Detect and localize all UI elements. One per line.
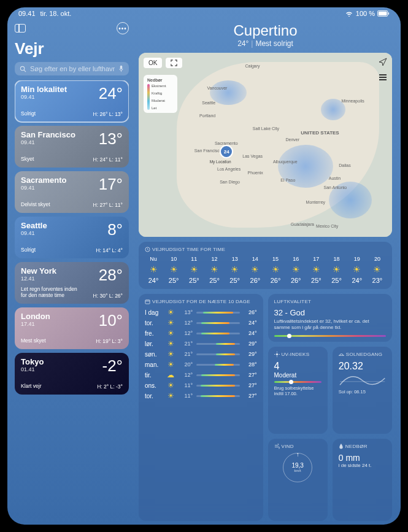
location-temp: 24°	[237, 39, 248, 48]
map-my-location-pin[interactable]: 24	[220, 145, 233, 158]
more-options-icon[interactable]: •••	[117, 22, 129, 34]
wind-compass: ↑ 19,3 km/t	[283, 453, 312, 482]
city-hilo: H: 26° L: 13°	[93, 111, 123, 117]
sidebar: ••• Vejr Min lokalitet09.4124°SolrigtH: …	[7, 17, 136, 521]
svg-point-12	[275, 353, 278, 355]
city-temp: 10°	[99, 312, 123, 328]
city-card-4[interactable]: New York12.4128°Let regn forventes inden…	[15, 262, 129, 304]
main-content: Cupertino 24°|Mest solrigt Calgary Vanco…	[136, 17, 401, 521]
battery-text: 100 %	[356, 10, 375, 17]
sun-icon: ☀	[353, 264, 361, 274]
city-hilo: H: 24° L: 11°	[93, 156, 123, 163]
wifi-icon	[345, 10, 353, 17]
status-bar: 09.41 tir. 18. okt. 100 %	[7, 7, 401, 17]
hourly-item-7: 16☀26°	[287, 256, 304, 284]
city-card-3[interactable]: Seattle09.418°SolrigtH: 14° L: 4°	[15, 217, 129, 258]
city-temp: 17°	[99, 176, 123, 192]
sun-icon: ☀	[251, 264, 259, 274]
map-location-icon[interactable]	[379, 58, 387, 66]
city-temp: 24°	[99, 85, 123, 101]
map-fullscreen-button[interactable]	[166, 58, 182, 68]
ten-day-forecast-panel[interactable]: VEJRUDSIGT FOR DE NÆSTE 10 DAGE I dag☀13…	[139, 294, 263, 521]
tenday-row-0: I dag☀13°26°	[145, 308, 257, 317]
weather-icon: ☀	[166, 308, 175, 317]
sun-icon: ☀	[333, 264, 341, 274]
wind-arrow-icon: ↑	[296, 451, 299, 458]
city-time: 09.41	[21, 185, 66, 191]
hourly-forecast-panel[interactable]: VEJRUDSIGT TIME FOR TIME Nu☀24°10☀25°11☀…	[139, 242, 392, 289]
svg-point-3	[20, 66, 24, 70]
city-hilo: H: 19° L: 3°	[96, 338, 123, 344]
city-hilo: H: 30° L: 26°	[93, 293, 123, 299]
sun-icon: ☀	[170, 264, 178, 274]
search-input[interactable]	[30, 65, 115, 72]
city-name: Seattle	[21, 222, 47, 230]
city-list[interactable]: Min lokalitet09.4124°SolrigtH: 26° L: 13…	[15, 80, 129, 395]
city-card-5[interactable]: London17.4110°Mest skyetH: 19° L: 3°	[15, 307, 129, 349]
city-temp: 28°	[99, 267, 123, 283]
sunset-panel[interactable]: SOLNEDGANG 20.32 Sol op: 06.15	[333, 347, 392, 434]
precipitation-map[interactable]: Calgary Vancouver Seattle Portland San F…	[139, 53, 392, 237]
weather-icon: ☀	[166, 381, 175, 390]
precip-value: 0 mm	[339, 453, 386, 463]
hourly-item-4: 13☀25°	[226, 256, 244, 284]
weather-icon: ☀	[166, 329, 175, 337]
tenday-row-1: tor.☀12°24°	[145, 318, 257, 327]
hourly-item-8: 17☀25°	[307, 256, 325, 284]
svg-rect-10	[145, 300, 150, 304]
hourly-item-6: 15☀26°	[267, 256, 284, 284]
city-temp: 13°	[99, 131, 123, 147]
uv-label: Moderat	[274, 372, 321, 379]
calendar-icon	[145, 299, 150, 304]
tenday-row-2: fre.☀12°24°	[145, 329, 257, 337]
tenday-row-8: tor.☀11°27°	[145, 391, 257, 400]
city-condition: Delvist skyet	[21, 202, 50, 208]
city-time: 12.41	[21, 276, 56, 282]
air-quality-panel[interactable]: LUFTKVALITET 32 - God Luftkvalitetsindek…	[268, 294, 393, 342]
city-temp: -2°	[102, 358, 123, 374]
sun-icon: ☀	[150, 264, 158, 274]
weather-icon: ☀	[166, 318, 175, 327]
battery-icon	[377, 10, 390, 17]
sun-icon: ☀	[210, 264, 218, 274]
tenday-row-6: tir.☁12°27°	[145, 371, 257, 379]
city-card-6[interactable]: Tokyo01.41-2°Klart vejrH: 2° L: -3°	[15, 353, 129, 395]
weather-icon: ☀	[166, 360, 175, 369]
svg-rect-5	[120, 66, 122, 69]
map-layers-icon[interactable]	[379, 74, 387, 81]
city-condition: Klart vejr	[21, 384, 42, 390]
city-time: 09.41	[21, 139, 75, 145]
city-hilo: H: 27° L: 11°	[93, 202, 123, 208]
aq-scale	[274, 335, 387, 337]
city-card-2[interactable]: Sacramento09.4117°Delvist skyetH: 27° L:…	[15, 171, 129, 213]
city-card-0[interactable]: Min lokalitet09.4124°SolrigtH: 26° L: 13…	[15, 80, 129, 122]
mic-icon[interactable]	[118, 65, 124, 72]
wind-panel[interactable]: VIND ↑ 19,3 km/t	[268, 439, 328, 521]
hourly-item-2: 11☀25°	[185, 256, 202, 284]
hourly-item-11: 20☀23°	[369, 256, 386, 284]
uv-index-panel[interactable]: UV-INDEKS 4 Moderat Brug solbeskyttelse …	[268, 347, 328, 434]
map-ok-button[interactable]: OK	[144, 58, 162, 68]
city-time: 09.41	[21, 94, 67, 100]
city-name: New York	[21, 267, 56, 276]
tenday-row-7: ons.☀11°27°	[145, 381, 257, 390]
sun-icon: ☀	[373, 264, 381, 274]
svg-rect-8	[379, 79, 387, 80]
uv-value: 4	[274, 361, 321, 372]
map-legend: Nedbør Ekstremt Kraftig Moderat Let	[144, 75, 177, 113]
uv-note: Brug solbeskyttelse indtil 17.00.	[274, 385, 321, 396]
city-name: Sacramento	[21, 176, 66, 185]
city-card-1[interactable]: San Francisco09.4113°SkyetH: 24° L: 11°	[15, 126, 129, 168]
hourly-item-3: 12☀25°	[206, 256, 223, 284]
location-header: Cupertino 24°|Mest solrigt	[139, 22, 392, 48]
precipitation-panel[interactable]: NEDBØR 0 mm i de sidste 24 t.	[333, 439, 392, 521]
city-condition: Solrigt	[21, 247, 36, 253]
city-hilo: H: 2° L: -3°	[97, 384, 123, 390]
sunset-value: 20.32	[339, 361, 386, 372]
sidebar-toggle-icon[interactable]	[15, 24, 26, 33]
search-bar[interactable]	[15, 62, 129, 75]
svg-rect-2	[388, 12, 389, 15]
svg-rect-1	[379, 12, 387, 15]
city-name: Min lokalitet	[21, 85, 67, 94]
sunset-curve	[339, 374, 386, 387]
